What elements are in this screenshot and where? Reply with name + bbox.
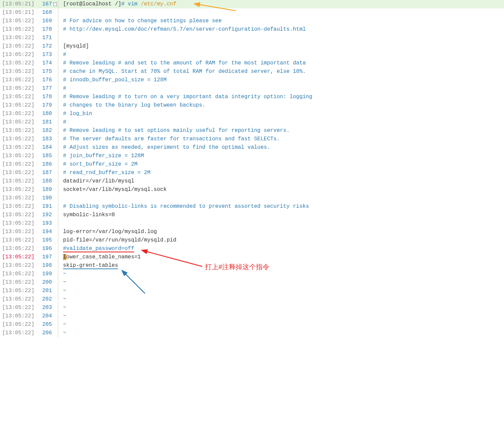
code-content[interactable]: ~ — [63, 270, 504, 278]
editor-line[interactable]: [13:05:22]181# — [0, 118, 504, 126]
editor-line[interactable]: [13:05:22]172[mysqld] — [0, 42, 504, 51]
editor-line[interactable]: [13:05:22]191# Disabling symbolic-links … — [0, 202, 504, 211]
editor-line[interactable]: [13:05:22]187# read_rnd_buffer_size = 2M — [0, 169, 504, 177]
editor-line[interactable]: [13:05:22]175# cache in MySQL. Start at … — [0, 67, 504, 76]
code-editor[interactable]: [13:05:21]167−[root@localhost /]# vim /e… — [0, 0, 504, 337]
editor-line[interactable]: [13:05:22]178# Remove leading # to turn … — [0, 93, 504, 101]
editor-line[interactable]: [13:05:22]174# Remove leading # and set … — [0, 59, 504, 67]
code-content[interactable]: skip-grent-tables — [63, 261, 504, 270]
code-content[interactable]: ~ — [63, 287, 504, 295]
editor-line[interactable]: [13:05:22]186# sort_buffer_size = 2M — [0, 160, 504, 169]
timestamp: [13:05:22] — [0, 253, 38, 261]
editor-line[interactable]: [13:05:22]188datadir=/var/lib/mysql — [0, 177, 504, 186]
code-content[interactable]: ~ — [63, 295, 504, 304]
code-content[interactable]: # sort_buffer_size = 2M — [63, 160, 504, 169]
code-content[interactable]: # Adjust sizes as needed, experiment to … — [63, 143, 504, 152]
editor-line[interactable]: [13:05:22]200~ — [0, 278, 504, 287]
editor-line[interactable]: [13:05:22]176# innodb_buffer_pool_size =… — [0, 76, 504, 84]
gutter-border — [58, 101, 58, 110]
gutter-border — [58, 93, 58, 101]
editor-line[interactable]: [13:05:22]195pid-file=/var/run/mysqld/my… — [0, 236, 504, 245]
line-number: 202 — [38, 295, 53, 304]
code-content[interactable]: ~ — [63, 278, 504, 287]
gutter-border — [58, 110, 58, 118]
editor-line[interactable]: [13:05:22]171 — [0, 34, 504, 42]
editor-line[interactable]: [13:05:22]193 — [0, 219, 504, 228]
line-number: 167 — [38, 0, 53, 8]
editor-line[interactable]: [13:05:22]183# The server defaults are f… — [0, 135, 504, 143]
code-content[interactable]: pid-file=/var/run/mysqld/mysqld.pid — [63, 236, 504, 245]
editor-line[interactable]: [13:05:22]190 — [0, 194, 504, 202]
fold-gutter[interactable]: − — [53, 2, 57, 6]
code-content[interactable]: socket=/var/lib/mysql/mysql.sock — [63, 186, 504, 194]
code-content[interactable]: # innodb_buffer_pool_size = 128M — [63, 76, 504, 84]
code-content[interactable]: # — [63, 84, 504, 93]
code-content[interactable]: # Remove leading # to turn on a very imp… — [63, 93, 504, 101]
code-content[interactable]: datadir=/var/lib/mysql — [63, 177, 504, 186]
comment-text: # Disabling symbolic-links is recommende… — [63, 203, 309, 209]
editor-line[interactable]: [13:05:21]167−[root@localhost /]# vim /e… — [0, 0, 504, 8]
editor-line[interactable]: [13:05:22]180# log_bin — [0, 110, 504, 118]
comment-text: # read_rnd_buffer_size = 2M — [63, 170, 150, 176]
empty-line-tilde: ~ — [63, 279, 66, 285]
editor-line[interactable]: [13:05:22]173# — [0, 51, 504, 59]
line-number: 168 — [38, 8, 53, 17]
comment-text: # Remove leading # and set to the amount… — [63, 60, 306, 66]
timestamp: [13:05:22] — [0, 287, 38, 295]
code-content[interactable]: # cache in MySQL. Start at 70% of total … — [63, 67, 504, 76]
editor-line[interactable]: [13:05:22]177# — [0, 84, 504, 93]
editor-line[interactable]: [13:05:22]203~ — [0, 304, 504, 312]
code-content[interactable]: log-error=/var/log/mysqld.log — [63, 228, 504, 236]
code-content[interactable]: #validate_password=off — [63, 245, 504, 253]
line-number: 172 — [38, 42, 53, 51]
code-content[interactable]: # — [63, 118, 504, 126]
editor-line[interactable]: [13:05:22]194log-error=/var/log/mysqld.l… — [0, 228, 504, 236]
editor-line[interactable]: [13:05:21]168 — [0, 8, 504, 17]
editor-line[interactable]: [13:05:22]179# changes to the binary log… — [0, 101, 504, 110]
gutter-border — [58, 126, 58, 135]
code-content[interactable]: # http://dev.mysql.com/doc/refman/5.7/en… — [63, 25, 504, 34]
code-content[interactable]: lower_case_table_names=1 — [63, 253, 504, 261]
code-content[interactable]: ~ — [63, 312, 504, 320]
line-number: 193 — [38, 219, 53, 228]
config-text: symbolic-links=0 — [63, 212, 115, 218]
code-content[interactable]: # log_bin — [63, 110, 504, 118]
code-content[interactable]: # Remove leading # to set options mainly… — [63, 126, 504, 135]
editor-line[interactable]: [13:05:22]205~ — [0, 320, 504, 329]
code-content[interactable]: # The server defaults are faster for tra… — [63, 135, 504, 143]
editor-line[interactable]: [13:05:22]206~ — [0, 329, 504, 337]
comment-text: # Remove leading # to turn on a very imp… — [63, 94, 312, 100]
config-text: [mysqld] — [63, 43, 89, 49]
code-content[interactable]: [root@localhost /]# vim /etc/my.cnf — [63, 0, 504, 8]
editor-line[interactable]: [13:05:22]204~ — [0, 312, 504, 320]
code-content[interactable]: ~ — [63, 304, 504, 312]
gutter-border — [58, 202, 58, 211]
gutter-border — [58, 278, 58, 287]
fold-toggle-icon[interactable]: − — [53, 2, 57, 6]
timestamp: [13:05:22] — [0, 67, 38, 76]
editor-line[interactable]: [13:05:22]169# For advice on how to chan… — [0, 17, 504, 25]
code-content[interactable]: ~ — [63, 329, 504, 337]
editor-line[interactable]: [13:05:22]196#validate_password=off — [0, 245, 504, 253]
editor-line[interactable]: [13:05:22]201~ — [0, 287, 504, 295]
code-content[interactable]: # Disabling symbolic-links is recommende… — [63, 202, 504, 211]
code-content[interactable]: # — [63, 51, 504, 59]
editor-line[interactable]: [13:05:22]192symbolic-links=0 — [0, 211, 504, 219]
editor-line[interactable]: [13:05:22]184# Adjust sizes as needed, e… — [0, 143, 504, 152]
code-content[interactable]: # read_rnd_buffer_size = 2M — [63, 169, 504, 177]
code-content[interactable]: [mysqld] — [63, 42, 504, 51]
code-content[interactable]: symbolic-links=0 — [63, 211, 504, 219]
editor-line[interactable]: [13:05:22]185# join_buffer_size = 128M — [0, 152, 504, 160]
code-content[interactable]: # Remove leading # and set to the amount… — [63, 59, 504, 67]
editor-line[interactable]: [13:05:22]182# Remove leading # to set o… — [0, 126, 504, 135]
editor-line[interactable]: [13:05:22]197lower_case_table_names=1 — [0, 253, 504, 261]
editor-line[interactable]: [13:05:22]170# http://dev.mysql.com/doc/… — [0, 25, 504, 34]
code-content[interactable]: # join_buffer_size = 128M — [63, 152, 504, 160]
code-content[interactable]: # changes to the binary log between back… — [63, 101, 504, 110]
code-content[interactable]: ~ — [63, 320, 504, 329]
code-content[interactable]: # For advice on how to change settings p… — [63, 17, 504, 25]
editor-line[interactable]: [13:05:22]202~ — [0, 295, 504, 304]
editor-line[interactable]: [13:05:22]189socket=/var/lib/mysql/mysql… — [0, 186, 504, 194]
timestamp: [13:05:22] — [0, 76, 38, 84]
annotation-text: 打上#注释掉这个指令 — [205, 262, 269, 272]
